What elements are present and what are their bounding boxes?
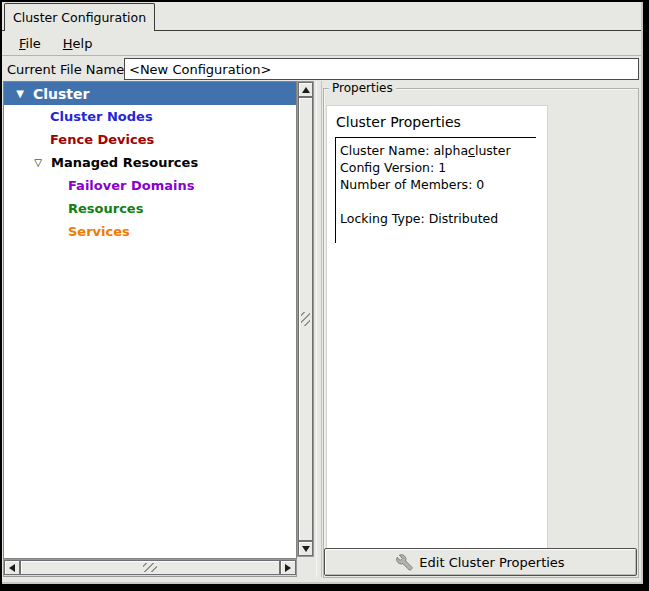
tree-item-label: Managed Resources	[51, 155, 198, 170]
properties-frame: Cluster Properties Cluster Name: alphacl…	[323, 88, 639, 578]
tree-item-cluster-nodes[interactable]: Cluster Nodes	[4, 105, 296, 128]
scroll-up-button[interactable]	[298, 82, 313, 97]
spacer	[340, 193, 536, 210]
cluster-tree: ▼ Cluster Cluster Nodes Fence Devices ▽ …	[3, 81, 297, 559]
tree-horizontal-scrollbar[interactable]	[3, 559, 297, 577]
tree-item-label: Resources	[68, 201, 143, 216]
scrollbar-grip-icon	[301, 312, 310, 326]
tree-item-label: Fence Devices	[50, 132, 154, 147]
tree-item-fence-devices[interactable]: Fence Devices	[4, 128, 296, 151]
edit-button-label: Edit Cluster Properties	[419, 555, 564, 570]
cluster-name-mnemonic: c	[468, 143, 475, 158]
scrollbar-grip-icon	[143, 563, 157, 572]
menu-help-mnemonic: H	[63, 36, 73, 51]
current-file-row: Current File Name:	[2, 57, 641, 82]
cluster-name-suffix: luster	[475, 143, 511, 158]
config-version-value: Config Version: 1	[340, 159, 536, 176]
current-file-label: Current File Name:	[7, 62, 129, 77]
scroll-down-button[interactable]	[298, 541, 313, 556]
number-of-members-value: Number of Members: 0	[340, 176, 536, 193]
tree-item-cluster[interactable]: ▼ Cluster	[4, 82, 296, 105]
properties-values-box: Cluster Name: alphacluster Config Versio…	[335, 137, 536, 243]
menubar: File Help	[2, 31, 641, 56]
arrow-up-icon	[302, 87, 310, 93]
tree-item-managed-resources[interactable]: ▽ Managed Resources	[4, 151, 296, 174]
properties-card: Cluster Properties Cluster Name: alphacl…	[326, 105, 548, 553]
menu-file[interactable]: File	[10, 34, 50, 53]
menu-help[interactable]: Help	[54, 34, 102, 53]
tree-item-label: Services	[68, 224, 130, 239]
tree-item-label: Cluster Nodes	[50, 109, 153, 124]
tree-item-label: Failover Domains	[68, 178, 194, 193]
cluster-name-value: Cluster Name: alphacluster	[340, 142, 536, 159]
tab-label: Cluster Configuration	[13, 10, 146, 25]
arrow-down-icon	[302, 546, 310, 552]
pane-splitter[interactable]	[316, 81, 322, 577]
edit-cluster-properties-button[interactable]: Edit Cluster Properties	[324, 548, 637, 576]
arrow-left-icon	[9, 564, 15, 572]
tab-cluster-configuration[interactable]: Cluster Configuration	[4, 3, 155, 31]
properties-card-title: Cluster Properties	[336, 114, 539, 130]
wrench-icon	[396, 554, 413, 571]
notebook-tab-bar: Cluster Configuration	[2, 2, 641, 31]
expander-open-outline-icon[interactable]: ▽	[30, 151, 46, 174]
expander-open-filled-icon[interactable]: ▼	[12, 82, 28, 105]
tree-item-failover-domains[interactable]: Failover Domains	[4, 174, 296, 197]
tree-item-label: Cluster	[33, 86, 89, 102]
menu-help-rest: elp	[73, 36, 93, 51]
tree-item-resources[interactable]: Resources	[4, 197, 296, 220]
arrow-right-icon	[285, 564, 291, 572]
locking-type-value: Locking Type: Distributed	[340, 210, 536, 227]
app-window: Cluster Configuration File Help Current …	[0, 0, 649, 591]
horizontal-scrollbar-thumb[interactable]	[20, 560, 280, 575]
menu-file-rest: ile	[26, 36, 41, 51]
scroll-left-button[interactable]	[4, 560, 20, 575]
window-client-area: Cluster Configuration File Help Current …	[2, 2, 643, 584]
scroll-right-button[interactable]	[280, 560, 296, 575]
tree-vertical-scrollbar[interactable]	[297, 81, 314, 557]
properties-frame-label: Properties	[329, 81, 396, 96]
current-file-input[interactable]	[124, 58, 639, 80]
vertical-scrollbar-thumb[interactable]	[298, 97, 313, 541]
tree-item-services[interactable]: Services	[4, 220, 296, 243]
properties-panel: Properties Cluster Properties Cluster Na…	[323, 81, 640, 578]
cluster-name-prefix: Cluster Name: alpha	[340, 143, 468, 158]
